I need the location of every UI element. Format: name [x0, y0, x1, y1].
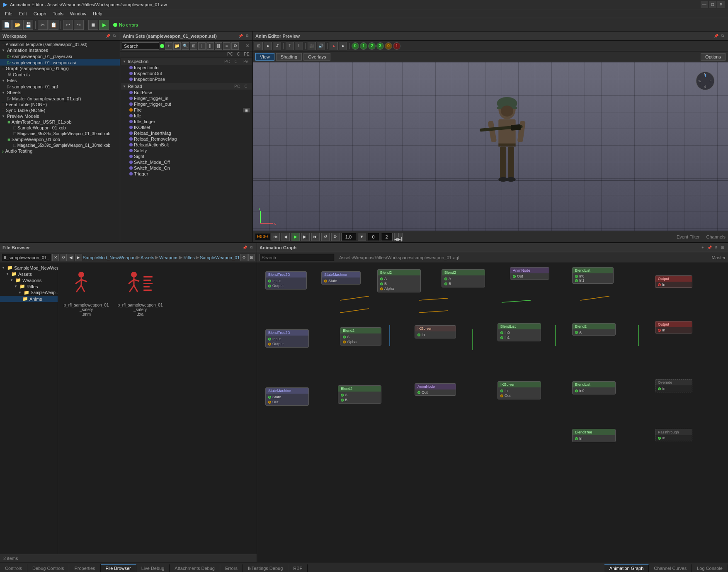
as-col1-button[interactable]: |: [198, 42, 206, 50]
undo-button[interactable]: ↩: [63, 20, 73, 30]
tree-item-sampleweapon-xob-1[interactable]: □ SampleWeapon_01.xob: [0, 125, 120, 131]
breadcrumb-rifles[interactable]: Rifles: [183, 255, 195, 260]
anim-entry-trigger[interactable]: Trigger: [121, 171, 252, 177]
graph-node-r2-5[interactable]: Blend2 A: [572, 323, 616, 336]
graph-node-r3-1[interactable]: StateMachine State Out: [265, 387, 309, 406]
animgraph-search-input[interactable]: [260, 254, 334, 261]
tab-controls[interactable]: Controls: [0, 564, 27, 572]
menu-graph[interactable]: Graph: [30, 10, 50, 17]
tree-item-sync-table[interactable]: T Sync Table (NONE): [0, 107, 120, 113]
anim-entry-idle-finger[interactable]: Idle_finger: [121, 119, 252, 124]
ptb-counter-orange[interactable]: 0: [385, 42, 392, 50]
tab-errors[interactable]: Errors: [220, 564, 243, 572]
ptb-counter-3[interactable]: 3: [376, 42, 384, 50]
ptb-sphere-button[interactable]: ●: [264, 42, 272, 50]
anim-entry-reloadactionbolt[interactable]: ReloadActionBolt: [121, 142, 252, 148]
ptb-counter-0[interactable]: 0: [352, 42, 359, 50]
tab-live-debug[interactable]: Live Debug: [136, 564, 170, 572]
tree-item-player-asi[interactable]: ▷ sampleweapon_01_player.asi: [0, 53, 120, 59]
graph-node-r3-2[interactable]: Blend2 A B: [338, 385, 381, 404]
tab-animation-graph[interactable]: Animation Graph: [604, 564, 649, 572]
animgraph-expand-button[interactable]: ⧉: [713, 245, 719, 251]
fb-clear-search-button[interactable]: ✕: [52, 254, 59, 261]
graph-node-5[interactable]: AnimNode Out: [510, 267, 549, 280]
fb-tree-rifles[interactable]: ▼ 📁 Rifles: [0, 283, 58, 290]
ptb-reset-button[interactable]: ↺: [273, 42, 281, 50]
close-button[interactable]: ✕: [717, 1, 725, 8]
graph-node-r2-red[interactable]: Output In: [655, 321, 692, 333]
fb-nav-fwd-button[interactable]: ▶: [75, 254, 82, 261]
fb-tree-sampleweapon[interactable]: ▼ 📁 SampleWeap...: [0, 290, 58, 296]
graph-node-r2-2[interactable]: Blend2 A Alpha: [340, 327, 381, 346]
anim-entry-finger-trigger-in[interactable]: Finger_trigger_in: [121, 95, 252, 101]
anim-entry-finger-trigger-out[interactable]: Finger_trigger_out: [121, 101, 252, 107]
animgraph-pin-button[interactable]: 📌: [706, 245, 712, 251]
tab-file-browser[interactable]: File Browser: [101, 564, 136, 572]
ptb-circle-button[interactable]: ●: [339, 42, 347, 50]
animsets-search-input[interactable]: [122, 42, 159, 50]
ptb-camera2-button[interactable]: I: [295, 42, 303, 50]
ptb-video-button[interactable]: 🎥: [308, 42, 316, 50]
preview-float-button[interactable]: ⧉: [720, 33, 726, 39]
overlays-button[interactable]: Overlays: [303, 53, 330, 61]
ptb-counter-red[interactable]: 1: [393, 42, 400, 50]
graph-node-r3-3[interactable]: AnimNode Out: [415, 383, 456, 396]
fb-file-txa[interactable]: p_rfl_sampleweapon_01_safety.txa: [115, 266, 165, 318]
anim-entry-switch-mode-on[interactable]: Switch_Mode_On: [121, 165, 252, 171]
tree-item-master[interactable]: ▷ Master (in sampleweapon_01.agf): [0, 95, 120, 102]
graph-node-r3-5[interactable]: BlendList In0: [572, 381, 616, 394]
graph-node-r4-dashed[interactable]: Passthrough In: [655, 429, 692, 441]
as-filter-button[interactable]: 🔍: [182, 42, 189, 50]
breadcrumb-assets[interactable]: Assets: [141, 255, 154, 260]
graph-node-r3-4[interactable]: IKSolver In Out: [497, 381, 541, 399]
anim-entry-reload-insertmag[interactable]: Reload_InsertMag: [121, 130, 252, 136]
graph-node-2[interactable]: StateMachine State: [321, 271, 361, 285]
breadcrumb-sampleweapon[interactable]: SampleWeapon_01: [200, 255, 240, 260]
options-button[interactable]: Options: [701, 53, 726, 61]
graph-node-r4-1[interactable]: BlendTree In: [572, 429, 616, 442]
stop-button[interactable]: ⏹: [88, 20, 98, 30]
fb-nav-back-button[interactable]: ◀: [68, 254, 74, 261]
anim-section-inspection-header[interactable]: ▼ Inspection PC C Pe: [121, 58, 252, 65]
tab-channel-curves[interactable]: Channel Curves: [649, 564, 692, 572]
animsets-pin-button[interactable]: 📌: [238, 33, 243, 39]
anim-entry-fire[interactable]: Fire ▣: [121, 107, 252, 113]
pb-settings-button[interactable]: ⚙: [331, 233, 340, 241]
filebrowser-pin-button[interactable]: 📌: [242, 245, 248, 251]
filebrowser-search-input[interactable]: [2, 254, 51, 261]
tree-item-magazine-1[interactable]: □ Magazine_65x39c_SampleWeapon_01_30rnd.…: [0, 131, 120, 136]
ptb-triangle-button[interactable]: ▲: [330, 42, 338, 50]
anim-entry-idle[interactable]: Idle: [121, 113, 252, 119]
anim-section-reload-header[interactable]: ▼ Reload PC C: [121, 83, 252, 90]
graph-node-r2-1[interactable]: BlendTree2D Input Output: [265, 329, 309, 348]
cut-button[interactable]: ✂: [38, 20, 48, 30]
fb-tree-anims[interactable]: 📁 Anims: [0, 296, 58, 302]
preview-pin-button[interactable]: 📌: [713, 33, 719, 39]
new-button[interactable]: 📄: [2, 20, 12, 30]
redo-button[interactable]: ↪: [74, 20, 84, 30]
save-button[interactable]: 💾: [23, 20, 33, 30]
as-col2-button[interactable]: ||: [206, 42, 214, 50]
minimize-button[interactable]: —: [701, 1, 708, 8]
tree-item-sampleweapon-xob-2[interactable]: ■ SampleWeapon_01.xob: [0, 136, 120, 142]
as-close-button[interactable]: ✕: [244, 43, 251, 49]
fb-view-button[interactable]: ⊞: [248, 254, 255, 261]
ptb-grid-button[interactable]: ⊞: [255, 42, 263, 50]
pb-start-button[interactable]: ⏮: [272, 233, 280, 241]
tree-item-sheets-section[interactable]: ▼ Sheets: [0, 90, 120, 95]
maximize-button[interactable]: □: [709, 1, 716, 8]
pb-dropdown-button[interactable]: ▼: [358, 233, 366, 241]
tab-iktestings-debug[interactable]: IkTestings Debug: [243, 564, 288, 572]
pb-prev-button[interactable]: ◀: [281, 233, 290, 241]
tree-item-agf[interactable]: ▷ sampleweapon_01.agf: [0, 83, 120, 90]
anim-entry-reload-removemag[interactable]: Reload_RemoveMag: [121, 136, 252, 142]
ptb-audio-button[interactable]: 🔊: [317, 42, 325, 50]
tree-item-files-section[interactable]: ▼ Files: [0, 78, 120, 83]
pb-loop-button[interactable]: ↺: [321, 233, 330, 241]
anim-entry-switch-mode-off[interactable]: Switch_Mode_Off: [121, 159, 252, 165]
graph-node-3[interactable]: Blend2 A B Alpha: [377, 269, 421, 292]
menu-help[interactable]: Help: [90, 10, 106, 17]
breadcrumb-weapons[interactable]: Weapons: [159, 255, 178, 260]
animgraph-float-button[interactable]: ⊞: [720, 245, 726, 251]
graph-node-6[interactable]: BlendList In0 In1: [572, 267, 614, 284]
